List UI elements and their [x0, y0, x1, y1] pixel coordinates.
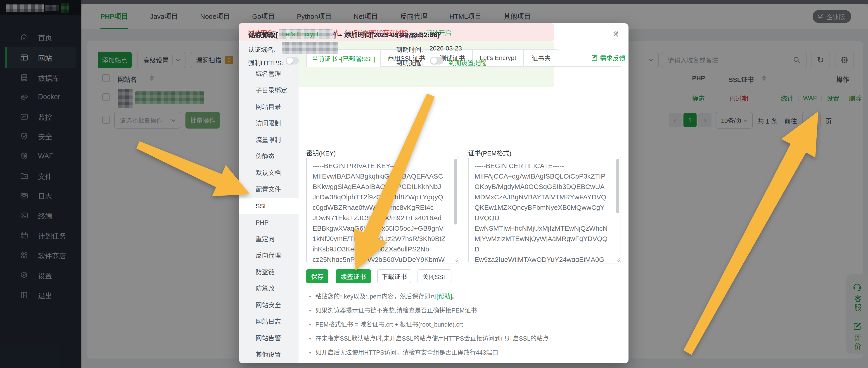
menu-item-site-logs[interactable]: 网站日志: [239, 313, 299, 330]
menu-item-sitedir[interactable]: 网站目录: [239, 99, 299, 115]
menu-item-domain[interactable]: 域名管理: [239, 66, 299, 82]
menu-item-rewrite[interactable]: 伪静态: [239, 148, 299, 165]
menu-item-other-settings[interactable]: 其他设置: [239, 346, 299, 363]
menu-item-site-alerts[interactable]: 网站告警: [239, 330, 299, 346]
site-settings-modal: 站点修改[ ] -- 添加时间[2025-09-22 18:32:36] × 域…: [239, 23, 628, 363]
menu-item-ssl[interactable]: SSL: [239, 198, 299, 214]
pem-cert-textarea[interactable]: -----BEGIN CERTIFICATE----- MIIFAjCCA+qg…: [468, 157, 621, 263]
force-https-label: 强制HTTPS:: [248, 58, 283, 67]
menu-item-traffic-limit[interactable]: 流量限制: [239, 132, 299, 148]
cert-category-value: Let's Encrypt: [282, 31, 318, 38]
scrollbar[interactable]: [454, 159, 457, 225]
cert-brand-value: R12: [430, 31, 441, 38]
menu-item-site-security[interactable]: 网站安全: [239, 297, 299, 313]
cert-domain-label: 认证域名:: [248, 45, 275, 54]
private-key-content: -----BEGIN PRIVATE KEY----- MIIEvwIBADAN…: [313, 161, 446, 262]
save-button[interactable]: 保存: [306, 269, 329, 283]
tip-item: 在未指定SSL默认站点时,未开启SSL的站点使用HTTPS会直接访问到已开启SS…: [309, 334, 549, 342]
menu-item-tamper-proof[interactable]: 防篡改: [239, 280, 299, 297]
menu-item-config-file[interactable]: 配置文件: [239, 181, 299, 198]
resize-handle-icon[interactable]: [615, 258, 620, 262]
menu-item-default-doc[interactable]: 默认文档: [239, 165, 299, 181]
key-label: 密钥(KEY): [306, 148, 336, 157]
menu-item-redirect[interactable]: 重定向: [239, 231, 299, 247]
menu-item-anti-leech[interactable]: 防盗链: [239, 264, 299, 280]
tab-cert-folder[interactable]: 证书夹: [524, 49, 559, 66]
help-link[interactable]: [帮助]: [436, 293, 452, 300]
menu-item-subdir[interactable]: 子目录绑定: [239, 82, 299, 99]
cert-expiry-value: 2026-03-23: [430, 45, 462, 52]
download-cert-button[interactable]: 下载证书: [377, 269, 411, 283]
menu-item-access-limit[interactable]: 访问限制: [239, 115, 299, 132]
menu-item-reverse-proxy[interactable]: 反向代理: [239, 247, 299, 264]
pem-label: 证书(PEM格式): [468, 148, 512, 157]
cert-domain-redacted: [282, 42, 338, 54]
force-https-toggle[interactable]: [286, 57, 299, 64]
feedback-link[interactable]: 需求反馈: [591, 53, 625, 62]
tip-item: PEM格式证书 = 域名证书.crt + 根证书(root_bundle).cr…: [309, 319, 463, 329]
menu-item-php[interactable]: PHP: [239, 214, 299, 231]
expiry-remind-link[interactable]: 到期设置提醒: [448, 58, 487, 67]
private-key-textarea[interactable]: -----BEGIN PRIVATE KEY----- MIIEvwIBADAN…: [306, 157, 459, 263]
cert-brand-label: 证书品牌:: [396, 31, 423, 39]
cert-expiry-label: 到期时间:: [396, 45, 423, 54]
feedback-icon: [591, 55, 598, 61]
renew-cert-button[interactable]: 续签证书: [336, 269, 371, 283]
cert-category-label: 证书分类:: [248, 31, 275, 39]
tip-item: 粘贴您的*.key以及*.pem内容，然后保存即可[帮助]。: [309, 291, 458, 300]
tip-item: 如开启后无法使用HTTPS访问，请检查安全组是否正确放行443端口: [309, 348, 498, 357]
close-ssl-button[interactable]: 关闭SSL: [417, 269, 452, 283]
pem-cert-content: -----BEGIN CERTIFICATE----- MIIFAjCCA+qg…: [474, 161, 608, 262]
expiry-remind-label: 到期提醒:: [396, 58, 423, 67]
warning-close-icon[interactable]: ×: [614, 28, 619, 37]
modal-menu: 域名管理 子目录绑定 网站目录 访问限制 流量限制 伪静态 默认文档 配置文件 …: [239, 42, 299, 363]
resize-handle-icon[interactable]: [453, 258, 458, 262]
tip-item: 如果浏览器提示证书链不完整,请检查是否正确拼接PEM证书: [309, 306, 477, 314]
scrollbar[interactable]: [616, 159, 619, 213]
expiry-remind-toggle[interactable]: [430, 57, 443, 64]
